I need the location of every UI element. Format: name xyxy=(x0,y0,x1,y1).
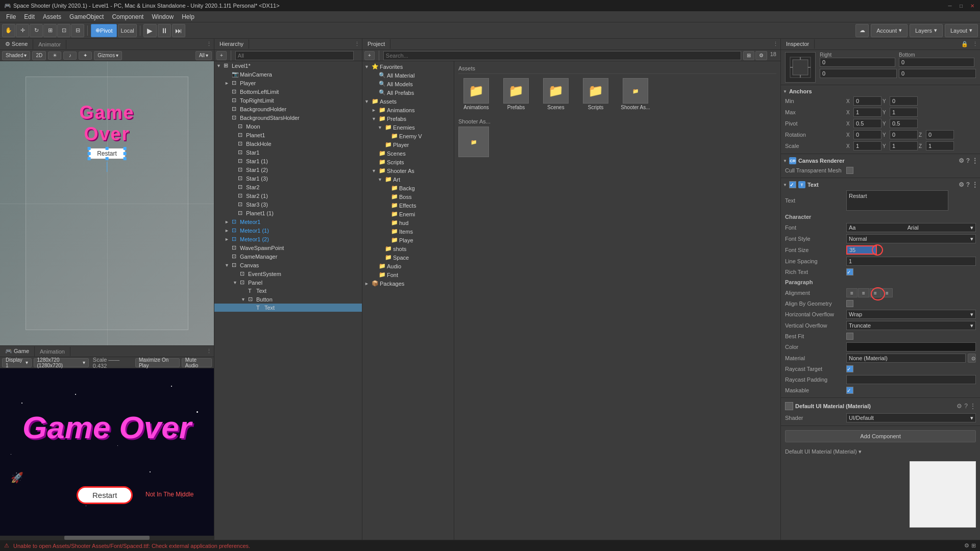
scale-tool[interactable]: ⊞ xyxy=(43,24,57,37)
pivot-x[interactable] xyxy=(853,119,881,128)
hand-tool[interactable]: ✋ xyxy=(2,24,15,37)
tree-topright[interactable]: ⊡ TopRightLimit xyxy=(214,96,362,105)
font-style-dropdown[interactable]: Normal ▾ xyxy=(846,234,976,243)
layers-button[interactable]: Layers ▾ xyxy=(910,24,943,37)
pt-scripts[interactable]: 📁Scripts xyxy=(363,158,453,166)
h-overflow-dropdown[interactable]: Wrap ▾ xyxy=(846,310,976,319)
tree-star1-1[interactable]: ⊡Star1 (1) xyxy=(214,157,362,165)
pt-backg[interactable]: 📁Backg xyxy=(363,184,453,192)
color-field[interactable] xyxy=(846,342,976,352)
shaded-dropdown[interactable]: Shaded ▾ xyxy=(2,51,30,60)
pivot-button[interactable]: ⊕ Pivot xyxy=(91,24,117,37)
tree-bgstars[interactable]: ⊡ BackgroundStarsHolder xyxy=(214,113,362,122)
tree-canvas[interactable]: ▼ ⊡ Canvas xyxy=(214,261,362,269)
cr-gear[interactable]: ⚙ xyxy=(959,157,964,164)
align-right-btn[interactable]: ≡ xyxy=(870,288,881,297)
text-help[interactable]: ? xyxy=(966,181,970,188)
game-restart-btn[interactable]: Restart xyxy=(77,486,133,504)
right-input[interactable] xyxy=(820,58,895,67)
pt-hud[interactable]: 📁hud xyxy=(363,218,453,227)
tab-inspector[interactable]: Inspector xyxy=(781,39,815,49)
asset-animations[interactable]: 📁 Animations xyxy=(458,78,494,110)
anchors-min-y[interactable] xyxy=(890,96,918,106)
fx-toggle[interactable]: ✦ xyxy=(79,52,92,60)
tree-maincamera[interactable]: 📷 MainCamera xyxy=(214,70,362,79)
local-button[interactable]: Local xyxy=(118,24,136,37)
right-input-2[interactable] xyxy=(820,69,897,78)
pt-shots[interactable]: 📁shots xyxy=(363,244,453,253)
asset-scripts[interactable]: 📁 Scripts xyxy=(578,78,614,110)
tree-planet1-1[interactable]: ⊡Planet1 (1) xyxy=(214,209,362,217)
audio-toggle[interactable]: ♪ xyxy=(63,52,77,60)
menu-edit[interactable]: Edit xyxy=(20,12,39,21)
align-geometry-checkbox[interactable] xyxy=(846,300,853,307)
scale-y[interactable] xyxy=(890,141,918,151)
layout-button[interactable]: Layout ▾ xyxy=(945,24,978,37)
asset-shooter[interactable]: 📁 Shooter As... xyxy=(618,78,653,110)
project-search-input[interactable] xyxy=(383,51,741,60)
pt-animations[interactable]: ►📁Animations xyxy=(363,106,453,114)
tree-bottomleft[interactable]: ⊡ BottomLeftLimit xyxy=(214,87,362,96)
v-overflow-dropdown[interactable]: Truncate ▾ xyxy=(846,321,976,330)
best-fit-checkbox[interactable] xyxy=(846,333,853,340)
tree-wavespawn[interactable]: ⊡WaveSpawnPoint xyxy=(214,243,362,252)
cull-transparent-checkbox[interactable] xyxy=(846,167,853,174)
tab-project[interactable]: Project xyxy=(362,39,390,49)
pt-favorites[interactable]: ▼ ⭐ Favorites xyxy=(363,62,453,71)
pt-scenes[interactable]: 📁Scenes xyxy=(363,149,453,158)
anchors-header[interactable]: ▼ Anchors xyxy=(781,87,980,95)
gizmos-dropdown[interactable]: Gizmos ▾ xyxy=(94,51,122,60)
align-left-btn[interactable]: ≡ xyxy=(846,288,857,297)
tab-animator[interactable]: Animator xyxy=(33,40,66,49)
mat-dots[interactable]: ⋮ xyxy=(970,403,976,410)
tab-game[interactable]: 🎮 Game xyxy=(0,346,35,357)
status-expand[interactable]: ⊞ xyxy=(971,542,976,549)
pt-enemi[interactable]: 📁Enemi xyxy=(363,210,453,218)
tree-button[interactable]: ▼ ⊡ Button xyxy=(214,295,362,304)
add-component-button[interactable]: Add Component xyxy=(785,430,976,442)
bottom-input-2[interactable] xyxy=(899,69,976,78)
mat-gear[interactable]: ⚙ xyxy=(957,403,962,410)
move-tool[interactable]: ✛ xyxy=(16,24,29,37)
tree-player[interactable]: ► ⊡ Player xyxy=(214,79,362,87)
tree-meteor1[interactable]: ► ⊡ Meteor1 xyxy=(214,217,362,226)
tab-scene[interactable]: ⚙ Scene xyxy=(0,39,33,49)
tree-planet1[interactable]: ⊡ Planet1 xyxy=(214,131,362,139)
scene-viewport[interactable]: Game Over Restart xyxy=(0,61,214,345)
close-button[interactable]: ✕ xyxy=(969,2,976,9)
tree-panel[interactable]: ▼ ⊡ Panel xyxy=(214,278,362,287)
inspector-options[interactable]: ⋮ xyxy=(970,41,980,47)
tree-star2-1[interactable]: ⊡Star2 (1) xyxy=(214,191,362,200)
menu-file[interactable]: File xyxy=(2,12,20,21)
display-dropdown[interactable]: Display 1 ▾ xyxy=(2,358,32,367)
rotation-y[interactable] xyxy=(890,130,918,139)
pt-player-pf[interactable]: 📁Player xyxy=(363,140,453,149)
maximize-button[interactable]: □ xyxy=(958,2,965,9)
pt-enemies[interactable]: ▼ 📁 Enemies xyxy=(363,123,453,132)
anchors-min-x[interactable] xyxy=(853,96,881,106)
inspector-lock[interactable]: 🔒 xyxy=(959,41,970,47)
hierarchy-search-input[interactable] xyxy=(235,51,354,60)
game-options[interactable]: ⋮ xyxy=(204,348,214,355)
pt-enemyv[interactable]: 📁Enemy V xyxy=(363,132,453,140)
project-filter-btn[interactable]: ⚙ xyxy=(755,51,767,60)
light-toggle[interactable]: ☀ xyxy=(48,52,61,60)
all-dropdown[interactable]: All ▾ xyxy=(195,51,212,60)
play-button[interactable]: ▶ xyxy=(143,24,157,37)
game-scrollbar[interactable] xyxy=(0,536,214,540)
rich-text-checkbox[interactable]: ✓ xyxy=(846,268,853,276)
font-dropdown[interactable]: Aa Arial ▾ xyxy=(846,223,976,232)
tree-meteor1-2[interactable]: ► ⊡ Meteor1 (2) xyxy=(214,235,362,243)
tree-level1[interactable]: ▼ ⊞ Level1* xyxy=(214,61,362,70)
rotation-x[interactable] xyxy=(853,130,881,139)
maximize-on-play-btn[interactable]: Maximize On Play xyxy=(135,358,180,367)
cr-help[interactable]: ? xyxy=(966,157,970,164)
material-select-btn[interactable]: ⊙ xyxy=(968,354,976,363)
raycast-target-checkbox[interactable]: ✓ xyxy=(846,365,853,372)
project-add-btn[interactable]: + xyxy=(364,51,375,60)
anchors-max-x[interactable] xyxy=(853,108,881,117)
asset-scenes[interactable]: 📁 Scenes xyxy=(538,78,574,110)
rotation-z[interactable] xyxy=(926,130,954,139)
tree-star3-3[interactable]: ⊡Star3 (3) xyxy=(214,200,362,209)
menu-window[interactable]: Window xyxy=(148,12,178,21)
